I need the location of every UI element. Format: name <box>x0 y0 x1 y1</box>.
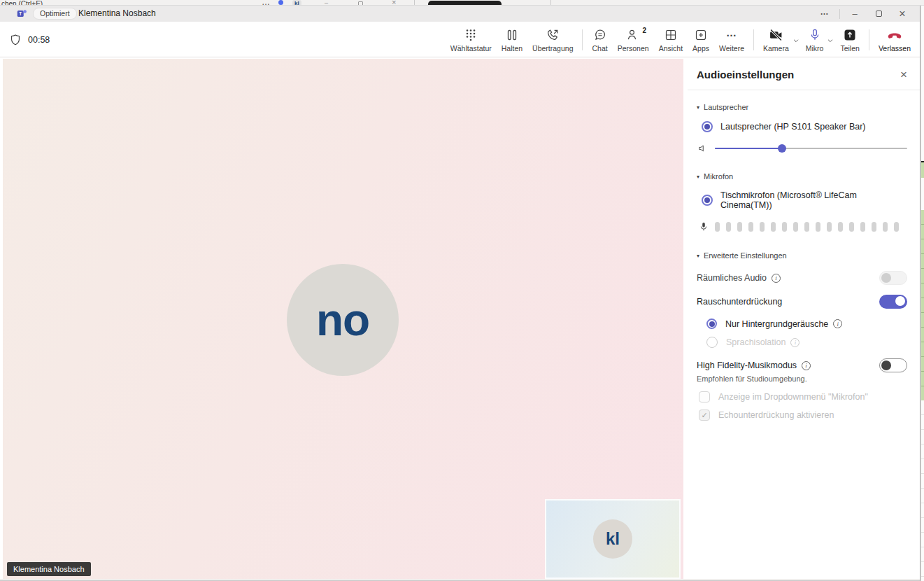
camera-button[interactable]: Kamera <box>758 22 794 57</box>
spatial-audio-label: Räumliches Audio <box>697 273 767 283</box>
apps-label: Apps <box>692 44 709 52</box>
high-fidelity-row: High Fidelity-Musikmodus i <box>697 358 907 372</box>
mic-level-bar <box>816 222 820 232</box>
mic-radio-selected[interactable] <box>702 195 713 206</box>
minimize-button[interactable]: – <box>843 6 867 22</box>
more-button[interactable]: … Weitere <box>714 22 749 57</box>
speaker-section-header[interactable]: ▾ Lautsprecher <box>697 103 907 111</box>
volume-slider-row <box>697 143 907 154</box>
spreadsheet-white-rows-sliver <box>921 400 924 581</box>
mic-level-bar <box>726 222 731 232</box>
self-video-preview[interactable]: kl <box>545 499 681 579</box>
mic-device-label: Tischmikrofon (Microsoft® LifeCam Cinema… <box>720 190 907 210</box>
spatial-audio-toggle <box>879 271 907 285</box>
share-button[interactable]: Teilen <box>835 22 864 57</box>
more-label: Weitere <box>719 44 744 52</box>
info-icon[interactable]: i <box>833 319 842 328</box>
hang-up-icon <box>886 28 903 42</box>
caret-down-icon: ▾ <box>697 104 699 111</box>
optimized-badge: Optimiert <box>33 8 77 20</box>
mic-level-bar <box>849 222 854 232</box>
background-noise-option[interactable]: Nur Hintergrundgeräusche i <box>706 318 907 329</box>
divider <box>550 0 551 6</box>
dialpad-button[interactable]: Wähltastatur <box>446 22 497 57</box>
divider <box>414 0 415 6</box>
share-label: Teilen <box>840 44 859 52</box>
toolbar-separator <box>753 29 754 50</box>
pause-icon <box>505 28 519 42</box>
maximize-button[interactable] <box>867 6 890 22</box>
speaker-radio-selected[interactable] <box>702 121 713 132</box>
toolbar-separator <box>582 29 583 50</box>
hold-button[interactable]: Halten <box>497 22 527 57</box>
voice-isolation-radio-disabled <box>706 337 718 348</box>
mic-level-meter <box>699 221 907 232</box>
leave-button[interactable]: Verlassen <box>874 22 916 57</box>
speaker-device-option[interactable]: Lautsprecher (HP S101 Speaker Bar) <box>702 121 907 132</box>
mic-level-bar <box>760 222 765 232</box>
high-fidelity-toggle[interactable] <box>879 358 907 372</box>
titlebar: T Optimiert Klementina Nosbach … – × <box>0 6 920 22</box>
teams-logo-icon: T <box>17 8 27 19</box>
panel-close-button[interactable]: × <box>897 67 910 82</box>
mic-dropdown-checkbox-row: Anzeige im Dropdownmenü "Mikrofon" <box>699 391 907 402</box>
close-button[interactable]: × <box>890 6 914 22</box>
voice-isolation-option: Sprachisolation i <box>706 337 907 348</box>
info-icon[interactable]: i <box>772 274 781 283</box>
background-dark-tab <box>428 1 502 6</box>
advanced-section-header[interactable]: ▾ Erweiterte Einstellungen <box>697 251 907 260</box>
chat-button[interactable]: Chat <box>587 22 612 57</box>
transfer-button[interactable]: Übertragung <box>527 22 578 57</box>
info-icon[interactable]: i <box>802 361 811 370</box>
mic-level-bar <box>838 222 843 232</box>
background-noise-radio-selected[interactable] <box>706 318 717 329</box>
mic-level-bar <box>827 222 832 232</box>
view-label: Ansicht <box>659 44 683 52</box>
mic-level-bar <box>748 222 753 232</box>
echo-cancel-checkbox-row: ✓ Echounterdrückung aktivieren <box>699 410 907 421</box>
background-minimize-icon: – <box>325 0 328 6</box>
more-icon: … <box>726 27 737 38</box>
mic-level-bar <box>883 222 888 232</box>
apps-button[interactable]: Apps <box>688 22 714 57</box>
panel-body: ▾ Lautsprecher Lautsprecher (HP S101 Spe… <box>688 90 920 421</box>
toolbar-buttons: Wähltastatur Halten Übertragung <box>446 22 916 57</box>
background-avatar-badge: kl <box>292 0 301 6</box>
info-icon: i <box>790 338 799 347</box>
view-button[interactable]: Ansicht <box>654 22 688 57</box>
background-noise-label: Nur Hintergrundgeräusche <box>725 319 828 329</box>
echo-cancel-checkbox-label: Echounterdrückung aktivieren <box>718 410 834 420</box>
echo-cancel-checkbox-checked: ✓ <box>699 410 710 421</box>
mic-section-header[interactable]: ▾ Mikrofon <box>697 172 907 181</box>
gallery-view-icon <box>664 28 678 42</box>
spreadsheet-green-rows-sliver <box>921 210 924 400</box>
volume-slider[interactable] <box>715 148 907 149</box>
volume-slider-thumb[interactable] <box>778 144 786 153</box>
mic-level-bar <box>771 222 776 232</box>
volume-slider-fill <box>715 148 782 149</box>
participant-name-tag: Klementina Nosbach <box>7 562 91 576</box>
share-screen-icon <box>843 28 857 42</box>
mic-options-chevron[interactable] <box>825 22 835 57</box>
caret-down-icon: ▾ <box>697 253 699 259</box>
video-stage: no Klementina Nosbach kl <box>3 59 683 580</box>
noise-suppression-toggle[interactable] <box>879 295 907 309</box>
background-status-dot <box>278 0 283 5</box>
mic-button[interactable]: Mikro <box>801 22 829 57</box>
background-partial-text: chen (Ctrl+E) <box>1 0 43 6</box>
mic-dropdown-checkbox-unchecked <box>699 391 710 402</box>
remote-avatar-initials: no <box>316 294 369 346</box>
leave-label: Verlassen <box>879 44 911 52</box>
spreadsheet-cell-sliver <box>921 161 924 178</box>
window-menu-button[interactable]: … <box>813 6 837 22</box>
hold-label: Halten <box>502 44 523 52</box>
people-label: Personen <box>618 44 649 52</box>
noise-suppression-label: Rauschunterdrückung <box>697 297 782 307</box>
people-button[interactable]: 2 Personen <box>613 22 654 57</box>
call-timer: 00:58 <box>9 22 50 57</box>
camera-options-chevron[interactable] <box>791 22 801 57</box>
window-title: Klementina Nosbach <box>78 8 156 18</box>
mic-device-option[interactable]: Tischmikrofon (Microsoft® LifeCam Cinema… <box>702 190 907 210</box>
caret-down-icon: ▾ <box>697 174 699 180</box>
add-apps-icon <box>694 28 708 42</box>
